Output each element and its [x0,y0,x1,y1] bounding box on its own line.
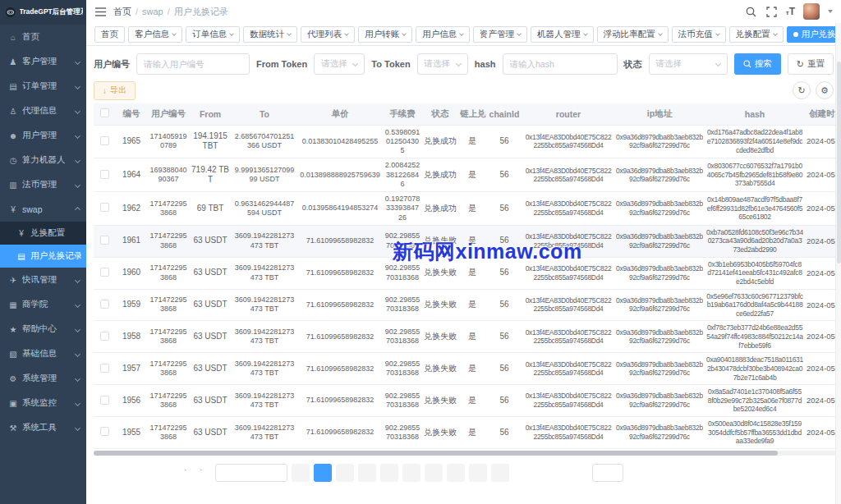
row-checkbox[interactable] [100,203,109,212]
page-button[interactable] [402,464,420,482]
cell-value: 3609.1942281273473 TBT [233,296,296,314]
reset-button[interactable]: ↻ 重置 [788,53,834,75]
cell-value: 902.2985570318368 [384,296,420,314]
from-token-select[interactable]: 请选择 [314,53,365,75]
cell-router: 0x13f4EA83D0bd40E75C8222255bc855a974568D… [522,257,614,289]
sidebar-item-agents[interactable]: ♙代理信息 [0,99,86,123]
horizontal-scrollbar[interactable] [94,451,837,456]
tab-浮动比率配置[interactable]: 浮动比率配置 [597,26,669,43]
cell-from: 63 USDT [189,385,232,417]
tab-代理列表[interactable]: 代理列表 [301,26,355,43]
sidebar-item-fiat[interactable]: ▥法币管理 [0,172,86,197]
search-button[interactable]: 搜索 [734,53,781,75]
sidebar-item-tools[interactable]: ⚒系统工具 [0,415,86,440]
to-token-select[interactable]: 请选择 [417,53,468,75]
search-icon[interactable] [745,6,757,18]
tab-数据统计[interactable]: 数据统计 [243,26,297,43]
row-checkbox[interactable] [100,332,109,341]
sidebar-item-users[interactable]: ☻用户管理 [0,123,86,148]
page-button[interactable] [425,464,443,482]
page-scrollbar-thumb[interactable] [837,62,841,263]
page-button[interactable] [292,464,310,482]
page-button-active[interactable] [314,464,332,482]
cell-status: 兑换成功 [422,125,458,158]
column-header: 编号 [115,103,148,125]
tab-订单信息[interactable]: 订单信息 [186,26,240,43]
tab-资产管理[interactable]: 资产管理 [473,26,527,43]
sidebar-item-customers[interactable]: ♟客户管理 [0,49,86,74]
tab-客户信息[interactable]: 客户信息 [128,26,182,43]
breadcrumb-item[interactable]: 首页 [113,6,131,18]
cell-from: 63 USDT [189,417,232,449]
cell-value: 71.61099658982832 [299,268,381,277]
font-size-icon[interactable]: тT [786,6,795,17]
row-checkbox[interactable] [100,396,109,405]
cell-to: 3609.1942281273473 TBT [232,225,297,257]
page-button[interactable] [469,464,487,482]
sidebar-item-swap-config[interactable]: ¥兑换配置 [0,222,86,245]
select-all-checkbox[interactable] [100,108,109,117]
page-scrollbar[interactable] [835,23,841,504]
sidebar-item-system[interactable]: ⚙系统管理 [0,366,86,391]
row-checkbox[interactable] [100,427,109,436]
cell-onchain: 是 [458,158,486,192]
collapse-sidebar-icon[interactable] [94,6,107,18]
sidebar-item-basic[interactable]: ▧基础信息 [0,341,86,366]
cell-value: 1956 [117,396,146,406]
tab-用户转账[interactable]: 用户转账 [358,26,412,43]
user-id-input[interactable] [136,53,250,75]
exchange-records-icon: ▤ [16,252,26,261]
refresh-table-icon[interactable]: ↻ [793,81,811,99]
cell-router: 0x13f4EA83D0bd40E75C8222255bc855a974568D… [522,289,614,321]
cell-value: 63 USDT [191,364,230,374]
page-button[interactable] [380,464,398,482]
sidebar-item-academy[interactable]: ▦商学院 [0,292,86,317]
status-select[interactable]: 请选择 [649,53,728,75]
chevron-down-icon [715,60,721,66]
page-button[interactable] [336,464,354,482]
tab-首页[interactable]: 首页 [94,26,125,43]
page-button[interactable] [447,464,465,482]
tab-法币充值[interactable]: 法币充值 [672,26,726,43]
row-checkbox[interactable] [100,300,109,309]
user-avatar[interactable] [803,3,820,20]
tab-用户兑换记录[interactable]: 用户兑换记录× [787,26,841,43]
sidebar-item-orders[interactable]: ▤订单管理 [0,74,86,99]
sidebar-item-help[interactable]: ★帮助中心 [0,317,86,341]
cell-value: 兑换失败 [424,396,457,406]
cell-created: 2024-05-05 14:22:36 [805,353,837,385]
breadcrumb-item[interactable]: 用户兑换记录 [174,6,228,18]
hash-input[interactable] [503,53,618,75]
tab-兑换配置[interactable]: 兑换配置 [729,26,784,43]
page-button[interactable] [358,464,376,482]
sidebar-item-home[interactable]: ⌂首页 [0,25,86,49]
page-jump-input[interactable] [592,464,623,482]
cell-ip: 0x9a36d8979dba8b3aeb832b92cf9a6f627299d7… [614,385,705,417]
cell-router: 0x13f4EA83D0bd40E75C8222255bc855a974568D… [522,321,614,353]
row-checkbox[interactable] [100,364,109,373]
sidebar-item-monitor[interactable]: ▣系统监控 [0,391,86,415]
row-checkbox[interactable] [100,268,109,277]
cell-status: 兑换失败 [422,225,458,257]
page-size-select[interactable] [215,464,287,482]
row-checkbox[interactable] [100,136,109,145]
user-menu-caret-icon[interactable] [828,10,833,13]
export-button[interactable]: ↓ 导出 [94,81,136,100]
sidebar-item-swap[interactable]: ¥swap [0,197,86,222]
breadcrumb-item[interactable]: swap [142,7,163,16]
chevron-down-icon [352,60,358,66]
tab-机器人管理[interactable]: 机器人管理 [531,26,594,43]
fullscreen-icon[interactable] [765,6,778,18]
row-checkbox[interactable] [100,236,109,245]
cell-onchain: 是 [458,417,486,449]
page-button[interactable] [491,464,509,482]
sidebar-item-news[interactable]: ✈快讯管理 [0,268,86,292]
tab-用户信息[interactable]: 用户信息 [416,26,470,43]
row-checkbox[interactable] [100,170,109,179]
scrollbar-thumb[interactable] [94,451,778,456]
swap-icon: ¥ [8,205,18,214]
sidebar-item-robots[interactable]: ◷算力机器人 [0,148,86,172]
column-settings-icon[interactable]: ⚙ [816,81,834,99]
sidebar-item-swap-records[interactable]: ▤用户兑换记录 [0,245,86,268]
cell-value: 2.6856704701251366 USDT [233,132,296,151]
